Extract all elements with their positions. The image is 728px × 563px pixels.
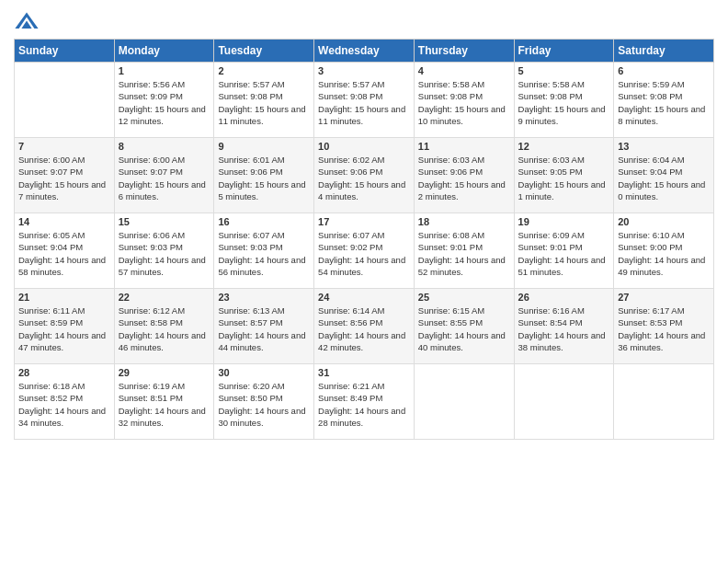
day-detail: Sunrise: 6:07 AMSunset: 9:02 PMDaylight:… bbox=[318, 229, 410, 278]
day-detail: Sunrise: 6:11 AMSunset: 8:59 PMDaylight:… bbox=[18, 304, 110, 353]
day-number: 8 bbox=[119, 141, 210, 152]
column-header-thursday: Thursday bbox=[414, 40, 514, 63]
calendar-cell: 19Sunrise: 6:09 AMSunset: 9:01 PMDayligh… bbox=[514, 213, 614, 289]
day-number: 28 bbox=[18, 367, 110, 378]
day-detail: Sunrise: 6:02 AMSunset: 9:06 PMDaylight:… bbox=[318, 154, 410, 202]
calendar-cell: 11Sunrise: 6:03 AMSunset: 9:06 PMDayligh… bbox=[414, 138, 514, 213]
calendar-cell: 9Sunrise: 6:01 AMSunset: 9:06 PMDaylight… bbox=[214, 138, 314, 213]
day-number: 9 bbox=[218, 141, 310, 152]
day-detail: Sunrise: 6:18 AMSunset: 8:52 PMDaylight:… bbox=[18, 380, 110, 429]
day-number: 16 bbox=[218, 216, 310, 227]
calendar-cell: 13Sunrise: 6:04 AMSunset: 9:04 PMDayligh… bbox=[614, 138, 714, 213]
calendar-cell: 1Sunrise: 5:56 AMSunset: 9:09 PMDaylight… bbox=[114, 63, 214, 138]
day-detail: Sunrise: 6:08 AMSunset: 9:01 PMDaylight:… bbox=[418, 229, 510, 278]
day-number: 23 bbox=[218, 292, 310, 303]
week-row-2: 14Sunrise: 6:05 AMSunset: 9:04 PMDayligh… bbox=[15, 213, 714, 289]
day-detail: Sunrise: 6:13 AMSunset: 8:57 PMDaylight:… bbox=[218, 304, 310, 353]
day-number: 15 bbox=[119, 216, 210, 227]
day-detail: Sunrise: 6:16 AMSunset: 8:54 PMDaylight:… bbox=[518, 304, 610, 353]
day-detail: Sunrise: 6:14 AMSunset: 8:56 PMDaylight:… bbox=[318, 304, 410, 353]
header-row-days: SundayMondayTuesdayWednesdayThursdayFrid… bbox=[15, 40, 714, 63]
calendar-cell bbox=[15, 63, 115, 138]
day-number: 7 bbox=[18, 141, 110, 152]
calendar-cell: 26Sunrise: 6:16 AMSunset: 8:54 PMDayligh… bbox=[514, 289, 614, 364]
calendar-cell: 17Sunrise: 6:07 AMSunset: 9:02 PMDayligh… bbox=[314, 213, 415, 289]
column-header-monday: Monday bbox=[114, 40, 214, 63]
week-row-4: 28Sunrise: 6:18 AMSunset: 8:52 PMDayligh… bbox=[15, 364, 714, 440]
week-row-0: 1Sunrise: 5:56 AMSunset: 9:09 PMDaylight… bbox=[15, 63, 714, 138]
calendar-cell: 10Sunrise: 6:02 AMSunset: 9:06 PMDayligh… bbox=[314, 138, 415, 213]
day-number: 13 bbox=[618, 141, 710, 152]
day-detail: Sunrise: 6:07 AMSunset: 9:03 PMDaylight:… bbox=[218, 229, 310, 278]
day-detail: Sunrise: 6:03 AMSunset: 9:06 PMDaylight:… bbox=[418, 154, 510, 202]
week-row-3: 21Sunrise: 6:11 AMSunset: 8:59 PMDayligh… bbox=[15, 289, 714, 364]
day-number: 3 bbox=[318, 65, 410, 76]
page-container: SundayMondayTuesdayWednesdayThursdayFrid… bbox=[0, 0, 728, 449]
calendar-cell: 16Sunrise: 6:07 AMSunset: 9:03 PMDayligh… bbox=[214, 213, 314, 289]
calendar-cell: 30Sunrise: 6:20 AMSunset: 8:50 PMDayligh… bbox=[214, 364, 314, 440]
calendar-cell: 22Sunrise: 6:12 AMSunset: 8:58 PMDayligh… bbox=[114, 289, 214, 364]
calendar-cell: 3Sunrise: 5:57 AMSunset: 9:08 PMDaylight… bbox=[314, 63, 415, 138]
day-number: 12 bbox=[518, 141, 610, 152]
calendar-cell: 5Sunrise: 5:58 AMSunset: 9:08 PMDaylight… bbox=[514, 63, 614, 138]
day-detail: Sunrise: 5:58 AMSunset: 9:08 PMDaylight:… bbox=[418, 78, 510, 127]
calendar-cell: 12Sunrise: 6:03 AMSunset: 9:05 PMDayligh… bbox=[514, 138, 614, 213]
week-row-1: 7Sunrise: 6:00 AMSunset: 9:07 PMDaylight… bbox=[15, 138, 714, 213]
calendar-cell: 4Sunrise: 5:58 AMSunset: 9:08 PMDaylight… bbox=[414, 63, 514, 138]
day-detail: Sunrise: 5:57 AMSunset: 9:08 PMDaylight:… bbox=[318, 78, 410, 127]
calendar-cell bbox=[414, 364, 514, 440]
column-header-wednesday: Wednesday bbox=[314, 40, 415, 63]
calendar-cell: 20Sunrise: 6:10 AMSunset: 9:00 PMDayligh… bbox=[614, 213, 714, 289]
calendar-cell: 25Sunrise: 6:15 AMSunset: 8:55 PMDayligh… bbox=[414, 289, 514, 364]
calendar-cell bbox=[614, 364, 714, 440]
day-detail: Sunrise: 6:05 AMSunset: 9:04 PMDaylight:… bbox=[18, 229, 110, 278]
day-number: 10 bbox=[318, 141, 410, 152]
calendar-cell: 14Sunrise: 6:05 AMSunset: 9:04 PMDayligh… bbox=[15, 213, 115, 289]
day-number: 29 bbox=[119, 367, 210, 378]
header-row bbox=[14, 9, 714, 35]
calendar-cell: 27Sunrise: 6:17 AMSunset: 8:53 PMDayligh… bbox=[614, 289, 714, 364]
day-number: 4 bbox=[418, 65, 510, 76]
day-number: 27 bbox=[618, 292, 710, 303]
calendar-cell: 15Sunrise: 6:06 AMSunset: 9:03 PMDayligh… bbox=[114, 213, 214, 289]
day-number: 22 bbox=[119, 292, 210, 303]
day-detail: Sunrise: 6:01 AMSunset: 9:06 PMDaylight:… bbox=[218, 154, 310, 202]
calendar-cell: 8Sunrise: 6:00 AMSunset: 9:07 PMDaylight… bbox=[114, 138, 214, 213]
day-number: 14 bbox=[18, 216, 110, 227]
calendar-cell: 21Sunrise: 6:11 AMSunset: 8:59 PMDayligh… bbox=[15, 289, 115, 364]
day-number: 6 bbox=[618, 65, 710, 76]
day-detail: Sunrise: 6:00 AMSunset: 9:07 PMDaylight:… bbox=[18, 154, 110, 202]
day-detail: Sunrise: 6:19 AMSunset: 8:51 PMDaylight:… bbox=[119, 380, 210, 429]
day-number: 26 bbox=[518, 292, 610, 303]
day-number: 20 bbox=[618, 216, 710, 227]
calendar-cell: 28Sunrise: 6:18 AMSunset: 8:52 PMDayligh… bbox=[15, 364, 115, 440]
column-header-friday: Friday bbox=[514, 40, 614, 63]
calendar-cell bbox=[514, 364, 614, 440]
calendar-cell: 29Sunrise: 6:19 AMSunset: 8:51 PMDayligh… bbox=[114, 364, 214, 440]
day-number: 30 bbox=[218, 367, 310, 378]
day-number: 17 bbox=[318, 216, 410, 227]
day-detail: Sunrise: 6:04 AMSunset: 9:04 PMDaylight:… bbox=[618, 154, 710, 202]
calendar-cell: 31Sunrise: 6:21 AMSunset: 8:49 PMDayligh… bbox=[314, 364, 415, 440]
calendar-cell: 23Sunrise: 6:13 AMSunset: 8:57 PMDayligh… bbox=[214, 289, 314, 364]
day-detail: Sunrise: 6:15 AMSunset: 8:55 PMDaylight:… bbox=[418, 304, 510, 353]
day-detail: Sunrise: 6:12 AMSunset: 8:58 PMDaylight:… bbox=[119, 304, 210, 353]
day-detail: Sunrise: 5:57 AMSunset: 9:08 PMDaylight:… bbox=[218, 78, 310, 127]
day-number: 31 bbox=[318, 367, 410, 378]
calendar-table: SundayMondayTuesdayWednesdayThursdayFrid… bbox=[14, 39, 714, 440]
day-detail: Sunrise: 6:21 AMSunset: 8:49 PMDaylight:… bbox=[318, 380, 410, 429]
day-number: 5 bbox=[518, 65, 610, 76]
column-header-sunday: Sunday bbox=[15, 40, 115, 63]
day-number: 19 bbox=[518, 216, 610, 227]
day-number: 21 bbox=[18, 292, 110, 303]
day-number: 2 bbox=[218, 65, 310, 76]
calendar-cell: 7Sunrise: 6:00 AMSunset: 9:07 PMDaylight… bbox=[15, 138, 115, 213]
day-number: 1 bbox=[119, 65, 210, 76]
day-number: 11 bbox=[418, 141, 510, 152]
day-detail: Sunrise: 6:09 AMSunset: 9:01 PMDaylight:… bbox=[518, 229, 610, 278]
day-detail: Sunrise: 6:10 AMSunset: 9:00 PMDaylight:… bbox=[618, 229, 710, 278]
calendar-cell: 2Sunrise: 5:57 AMSunset: 9:08 PMDaylight… bbox=[214, 63, 314, 138]
day-detail: Sunrise: 6:17 AMSunset: 8:53 PMDaylight:… bbox=[618, 304, 710, 353]
day-detail: Sunrise: 6:00 AMSunset: 9:07 PMDaylight:… bbox=[119, 154, 210, 202]
calendar-cell: 24Sunrise: 6:14 AMSunset: 8:56 PMDayligh… bbox=[314, 289, 415, 364]
